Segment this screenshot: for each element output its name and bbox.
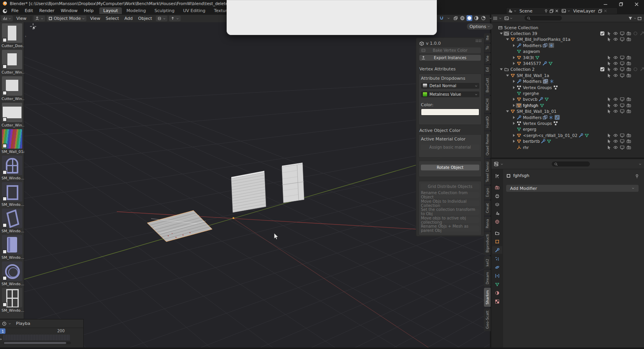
outliner-row[interactable]: Modifiers — [491, 42, 644, 48]
timeline-scrubber[interactable] — [3, 335, 70, 340]
menu-render[interactable]: Render — [36, 8, 58, 13]
sidebar-tab-boxcutt[interactable]: BoxCutt — [484, 75, 491, 95]
caret-right-icon[interactable] — [512, 79, 516, 84]
asset-item[interactable]: SM_Windo… — [0, 261, 24, 287]
caret-right-icon[interactable] — [512, 85, 516, 90]
selectable-icon[interactable] — [607, 109, 611, 114]
eye-toggle-icon[interactable] — [613, 133, 618, 138]
outliner-item-label[interactable]: Collection 2 — [510, 67, 535, 72]
outliner-item-label[interactable]: Collection 39 — [510, 31, 537, 36]
properties-tab-texture[interactable] — [492, 298, 502, 305]
chevron-down-icon[interactable] — [445, 15, 451, 21]
caret-right-icon[interactable] — [512, 139, 516, 144]
camera-toggle-icon[interactable] — [626, 109, 631, 114]
caret-right-icon[interactable] — [512, 55, 516, 60]
add-modifier-button[interactable]: Add Modifier — [506, 185, 639, 192]
clock-icon[interactable] — [2, 321, 7, 326]
outliner-item-label[interactable]: Scene Collection — [504, 25, 538, 30]
eye-toggle-icon[interactable] — [613, 139, 618, 144]
properties-tab-object[interactable] — [492, 238, 502, 245]
sidebar-tab-hardo[interactable]: HardO — [484, 114, 491, 130]
scene-selector[interactable]: Scene — [506, 7, 561, 14]
outliner-row[interactable]: fghfsgh — [491, 102, 644, 108]
camera-toggle-icon[interactable] — [626, 67, 631, 72]
sidebar-tab-machi[interactable]: MACHI — [484, 96, 491, 113]
selectable-icon[interactable] — [607, 139, 611, 144]
outliner-item-label[interactable]: fghfsgh — [523, 103, 538, 108]
metalness-value-dropdown[interactable]: Metalness Value — [421, 91, 479, 97]
camera-toggle-icon[interactable] — [626, 97, 631, 102]
mode-selector[interactable]: Object Mode — [47, 16, 86, 21]
camera-toggle-icon[interactable] — [626, 103, 631, 108]
viewlayer-name[interactable]: ViewLayer — [572, 9, 597, 14]
properties-tab-particles[interactable] — [492, 255, 502, 262]
monitor-toggle-icon[interactable] — [620, 73, 625, 78]
asset-editor-type-button[interactable] — [1, 16, 13, 21]
camera-toggle-icon[interactable] — [626, 61, 631, 66]
rendered-shading-icon[interactable] — [480, 15, 486, 21]
export-instances-button[interactable]: Export Instances — [419, 55, 481, 61]
pin-icon[interactable] — [544, 9, 548, 13]
visibility-checkbox[interactable] — [600, 67, 605, 72]
chevron-down-icon[interactable] — [499, 17, 502, 20]
outliner-item-label[interactable]: bertbrtb — [523, 139, 540, 144]
selectable-icon[interactable] — [607, 97, 611, 102]
snap-target-button[interactable] — [169, 16, 181, 21]
outliner-item-label[interactable]: Modifiers — [523, 43, 542, 48]
outliner-row[interactable]: Modifiers — [491, 79, 644, 84]
properties-tab-collection[interactable] — [492, 229, 502, 237]
outliner-item-label[interactable]: asgwom — [523, 49, 540, 54]
caret-right-icon[interactable] — [512, 43, 516, 48]
unlink-scene-icon[interactable] — [555, 9, 559, 13]
outliner-row[interactable]: Collection 39 — [491, 30, 644, 36]
new-viewlayer-icon[interactable] — [598, 9, 602, 13]
properties-tab-render[interactable] — [492, 184, 502, 191]
monitor-toggle-icon[interactable] — [620, 61, 625, 66]
outliner-row[interactable]: SM_Bld_Wall_1a — [491, 72, 644, 78]
monitor-toggle-icon[interactable] — [620, 55, 625, 60]
outliner-row[interactable]: ergerg — [491, 126, 644, 132]
outliner-row[interactable]: SM_Bld_Wall_1b_01 — [491, 108, 644, 114]
sidebar-tab-sharkm[interactable]: Sharkm — [484, 288, 491, 307]
outliner-item-label[interactable]: Modifiers — [523, 115, 542, 120]
asset-item[interactable]: Cutter_Win… — [0, 103, 24, 128]
sidebar-tab-ed[interactable]: Ed — [484, 65, 491, 74]
outliner-row[interactable]: Vertex Groups — [491, 84, 644, 90]
holdout-icon[interactable] — [633, 31, 638, 36]
camera-toggle-icon[interactable] — [626, 37, 631, 42]
sidebar-tab-expo[interactable]: Expo — [484, 186, 491, 199]
menu-edit[interactable]: Edit — [21, 8, 36, 13]
outliner-row[interactable]: Modifiers — [491, 114, 644, 120]
sidebar-tab-biproducti[interactable]: Biproducti — [484, 231, 491, 255]
properties-tab-scene[interactable] — [492, 209, 502, 217]
outliner-row[interactable]: 3445577 — [491, 60, 644, 66]
outliner-row[interactable]: 34t3t — [491, 54, 644, 60]
eye-toggle-icon[interactable] — [613, 109, 618, 114]
selectable-icon[interactable] — [607, 55, 611, 60]
collection-tool-button[interactable]: Grid Distribute Objects — [421, 184, 479, 189]
workspace-tab-modeling[interactable]: Modeling — [123, 7, 150, 14]
asset-item[interactable]: SM_Windo… — [0, 235, 24, 260]
camera-toggle-icon[interactable] — [626, 73, 631, 78]
outliner-item-label[interactable]: ergerg — [523, 127, 537, 132]
monitor-toggle-icon[interactable] — [620, 31, 625, 36]
indirect-only-icon[interactable] — [640, 31, 644, 36]
holdout-icon[interactable] — [633, 67, 638, 72]
eye-toggle-icon[interactable] — [613, 97, 618, 102]
properties-tab-physics[interactable] — [492, 263, 502, 271]
caret-down-icon[interactable] — [505, 37, 510, 42]
selectable-icon[interactable] — [607, 133, 611, 138]
asset-item[interactable]: SM_Windo… — [0, 209, 24, 234]
eye-toggle-icon[interactable] — [613, 73, 618, 78]
asset-item[interactable]: SM_Wall_01a — [0, 129, 24, 154]
sidebar-tab-kel2[interactable]: kel2 — [484, 256, 491, 269]
outliner-item-label[interactable]: Vertex Groups — [523, 85, 552, 90]
menu-help[interactable]: Help — [81, 8, 97, 13]
caret-right-icon[interactable] — [512, 103, 516, 108]
outliner-row[interactable]: SM_Bld_InFloorPlanks_01a — [491, 37, 644, 42]
properties-tab-modifiers[interactable] — [492, 246, 502, 254]
properties-tab-constraints[interactable] — [492, 272, 502, 279]
caret-right-icon[interactable] — [512, 121, 516, 126]
workspace-tab-sculpting[interactable]: Sculpting — [151, 7, 178, 14]
outliner-item-label[interactable]: rhr — [523, 145, 529, 150]
